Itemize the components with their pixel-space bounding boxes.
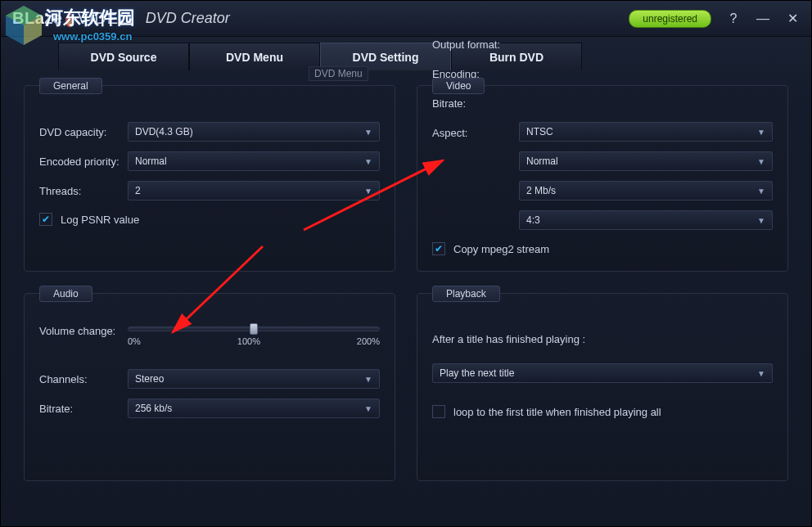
caret-down-icon: ▼ (757, 157, 765, 166)
value-aspect: 4:3 (526, 214, 540, 226)
tick-0: 0% (128, 336, 141, 346)
select-audio-bitrate[interactable]: 256 kb/s ▼ (128, 399, 380, 418)
caret-down-icon: ▼ (757, 369, 765, 378)
checkbox-log-psnr[interactable] (39, 213, 52, 226)
value-output-format: NTSC (526, 126, 553, 137)
watermark-text: 河东软件园 (45, 6, 135, 30)
unregistered-badge[interactable]: unregistered (629, 10, 711, 28)
slider-volume[interactable] (128, 327, 380, 331)
label-channels: Channels: (39, 373, 128, 385)
checkbox-loop[interactable] (432, 405, 445, 418)
panel-audio: Audio Volume change: 0% 100% 200% Channe… (24, 293, 395, 481)
tab-dvd-source[interactable]: DVD Source (58, 43, 189, 70)
panel-playback: Playback After a title has finished play… (417, 293, 788, 481)
tab-dvd-menu[interactable]: DVD Menu (189, 43, 320, 70)
slider-volume-wrap: 0% 100% 200% (128, 325, 380, 346)
caret-down-icon: ▼ (757, 187, 765, 196)
select-playback-action[interactable]: Play the next title ▼ (432, 363, 773, 383)
select-aspect[interactable]: 4:3 ▼ (519, 210, 773, 230)
value-channels: Stereo (135, 373, 164, 385)
caret-down-icon: ▼ (364, 404, 372, 413)
caret-down-icon: ▼ (364, 187, 372, 196)
select-threads[interactable]: 2 ▼ (128, 181, 380, 200)
panel-general: General DVD capacity: DVD(4.3 GB) ▼ Enco… (24, 85, 395, 272)
value-audio-bitrate: 256 kb/s (135, 403, 172, 414)
legend-video: Video (432, 78, 485, 94)
legend-audio: Audio (39, 286, 92, 302)
caret-down-icon: ▼ (364, 128, 372, 137)
label-after-title: After a title has finished playing : (432, 333, 773, 345)
caret-down-icon: ▼ (757, 128, 765, 137)
label-encoded-priority: Encoded priority: (39, 155, 128, 168)
help-button[interactable]: ? (726, 11, 741, 26)
tick-200: 200% (357, 336, 380, 346)
label-volume-change: Volume change: (39, 325, 128, 337)
app-subtitle: DVD Creator (146, 10, 230, 27)
select-encoding[interactable]: Normal ▼ (519, 151, 773, 171)
caret-down-icon: ▼ (364, 157, 372, 166)
caret-down-icon: ▼ (757, 216, 765, 225)
app-window: 河东软件园 www.pc0359.cn BLaze VIDEO DVD Crea… (0, 0, 812, 527)
tooltip-ghost: DVD Menu (309, 66, 368, 81)
label-copy-mpeg2: Copy mpeg2 stream (453, 243, 549, 255)
value-threads: 2 (135, 185, 141, 196)
minimize-button[interactable]: — (756, 11, 770, 26)
label-threads: Threads: (39, 185, 128, 197)
select-encoded-priority[interactable]: Normal ▼ (128, 151, 380, 171)
tab-bar: DVD Source DVD Menu DVD Setting Burn DVD (1, 36, 811, 70)
select-video-bitrate[interactable]: 2 Mb/s ▼ (519, 181, 773, 200)
close-button[interactable]: ✕ (785, 11, 800, 26)
select-dvd-capacity[interactable]: DVD(4.3 GB) ▼ (128, 122, 380, 142)
value-playback-action: Play the next title (440, 367, 514, 379)
label-audio-bitrate: Bitrate: (39, 403, 128, 415)
checkbox-copy-mpeg2[interactable] (432, 242, 445, 255)
select-channels[interactable]: Stereo ▼ (128, 369, 380, 389)
slider-thumb[interactable] (250, 323, 258, 335)
legend-general: General (39, 78, 102, 94)
label-loop: loop to the first title when finished pl… (453, 406, 661, 418)
caret-down-icon: ▼ (364, 375, 372, 384)
value-dvd-capacity: DVD(4.3 GB) (135, 126, 193, 137)
content-area: General DVD capacity: DVD(4.3 GB) ▼ Enco… (1, 70, 811, 496)
value-encoding: Normal (526, 155, 558, 167)
value-video-bitrate: 2 Mb/s (526, 185, 556, 196)
panel-video: Video Output format: NTSC ▼ Encoding: No… (417, 85, 788, 272)
tick-100: 100% (237, 336, 260, 346)
legend-playback: Playback (432, 286, 500, 302)
select-output-format[interactable]: NTSC ▼ (519, 122, 773, 142)
label-dvd-capacity: DVD capacity: (39, 126, 128, 138)
label-log-psnr: Log PSNR value (61, 214, 139, 226)
value-encoded-priority: Normal (135, 155, 167, 167)
slider-ticks: 0% 100% 200% (128, 336, 380, 346)
